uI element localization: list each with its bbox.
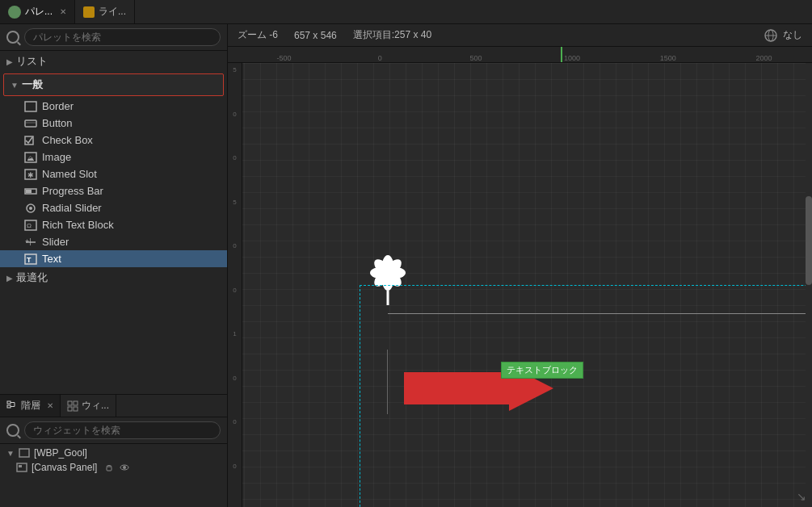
flower-svg [356,241,420,305]
slider-icon: +| [24,237,37,248]
item-image-label: Image [42,151,71,163]
svg-rect-0 [25,102,36,111]
item-slider[interactable]: +| Slider [0,233,227,250]
widget-search-input[interactable] [24,421,221,439]
section-general[interactable]: ▼ 一般 [3,73,224,96]
canvas-icon [16,463,27,472]
list-chevron-icon: ▶ [6,57,13,66]
svg-point-44 [378,263,398,283]
svg-rect-25 [68,407,72,411]
globe-icon[interactable] [764,28,778,43]
svg-rect-1 [25,120,36,127]
image-icon: ⛰ [24,152,37,163]
info-bar: ズーム -6 657 x 546 選択項目:257 x 40 なし [228,24,812,47]
hierarchy-child-label: [Canvas Panel] [32,462,97,473]
ruler-marks: -500 0 500 1000 1500 2000 [228,54,812,62]
flower-widget[interactable] [356,241,420,305]
tab-widgets[interactable]: ウィ... [61,395,116,417]
button-icon [24,118,37,129]
tab-bar: パレ... ✕ ライ... [0,0,812,24]
progress-bar-icon [24,186,37,197]
svg-point-11 [29,207,32,210]
hierarchy-root-label: [WBP_Gool] [34,447,87,459]
svg-rect-19 [7,405,11,408]
svg-rect-18 [7,401,11,404]
section-list-label: リスト [16,54,48,69]
svg-rect-26 [74,407,78,411]
item-named-slot-label: Named Slot [42,168,97,180]
item-progress-bar-label: Progress Bar [42,185,103,197]
widget-search-bar [0,417,227,444]
ruler-mark-1500: 1500 [620,54,716,62]
item-text-label: Text [42,253,61,265]
svg-text:Ω: Ω [27,222,32,229]
svg-rect-27 [19,449,29,457]
ruler-mark-0: 0 [332,54,428,62]
eye-icon[interactable] [120,463,129,472]
vertical-axis-line [387,350,388,414]
item-radial-slider-label: Radial Slider [42,202,102,214]
general-chevron-icon: ▼ [11,81,19,90]
item-named-slot[interactable]: ✱ Named Slot [0,166,227,182]
section-optimization[interactable]: ▶ 最適化 [0,267,227,288]
item-rich-text-label: Rich Text Block [42,219,114,231]
root-chevron-icon: ▼ [6,449,15,458]
svg-rect-24 [74,401,78,405]
optimization-chevron-icon: ▶ [6,274,13,283]
palette-tree: ▶ リスト ▼ 一般 Border Button [0,51,227,394]
hierarchy-root[interactable]: ▼ [WBP_Gool] [0,446,227,460]
folder-icon [83,6,95,18]
search-bar [0,24,227,51]
palette-search-input[interactable] [24,28,221,46]
tab-palette-label: パレ... [25,5,53,19]
item-checkbox[interactable]: Check Box [0,132,227,149]
ruler-mark-500: 500 [428,54,524,62]
item-radial-slider[interactable]: Radial Slider [0,199,227,216]
hierarchy-list: ▼ [WBP_Gool] [Canvas Panel] [0,444,227,507]
tab-palette-close[interactable]: ✕ [60,7,66,16]
tab-library[interactable]: ライ... [75,0,135,23]
dimensions-label: 657 x 546 [294,30,337,41]
section-general-label: 一般 [22,78,43,92]
left-panel: ▶ リスト ▼ 一般 Border Button [0,24,228,507]
svg-point-32 [123,466,126,469]
item-rich-text[interactable]: Ω Rich Text Block [0,216,227,233]
scrollbar-thumb[interactable] [806,196,812,285]
canvas-area: ズーム -6 657 x 546 選択項目:257 x 40 なし -500 0… [228,24,812,507]
svg-text:✱: ✱ [27,171,34,179]
locale-label: なし [783,28,802,42]
hierarchy-tab-icon [6,400,18,412]
text-block-label: テキストブロック [507,365,578,375]
hierarchy-close-icon[interactable]: ✕ [47,401,53,410]
radial-slider-icon [24,203,37,214]
tab-hierarchy[interactable]: 階層 ✕ [0,395,61,417]
border-icon [24,101,37,112]
svg-rect-23 [68,401,72,405]
tab-palette[interactable]: パレ... ✕ [0,0,75,23]
section-list[interactable]: ▶ リスト [0,51,227,72]
ruler-mark-2000: 2000 [716,54,812,62]
item-progress-bar[interactable]: Progress Bar [0,182,227,199]
item-border[interactable]: Border [0,98,227,115]
tab-hierarchy-label: 階層 [21,399,40,413]
selection-label: 選択項目:257 x 40 [353,28,431,42]
item-slider-label: Slider [42,236,69,248]
text-block-widget[interactable]: テキストブロック [501,362,583,379]
checkbox-icon [24,135,37,146]
zoom-label: ズーム -6 [238,28,278,42]
ruler-green-marker [561,47,562,62]
canvas-content: テキストブロック ↘ [242,63,812,507]
item-image[interactable]: ⛰ Image [0,149,227,166]
horizontal-axis-line [388,313,812,314]
svg-rect-30 [107,467,111,471]
svg-text:+|: +| [25,237,32,245]
hierarchy-child[interactable]: [Canvas Panel] [0,460,227,475]
canvas-viewport[interactable]: 5 0 0 5 0 0 1 0 0 0 [228,63,812,507]
bottom-panel: 階層 ✕ ウィ... ▼ [WBP_Gool] [0,394,227,507]
vertical-scrollbar[interactable] [806,63,812,507]
tab-library-label: ライ... [99,5,126,19]
ruler-mark-1000: 1000 [524,54,620,62]
item-button[interactable]: Button [0,115,227,132]
item-text[interactable]: T Text [0,250,227,267]
widgets-tab-icon [67,400,78,412]
